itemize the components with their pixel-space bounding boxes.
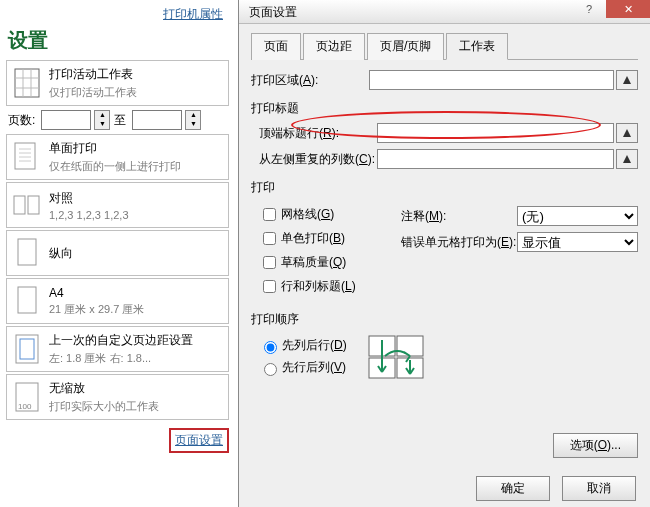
- print-group-label: 打印: [251, 179, 638, 196]
- duplex-sub: 仅在纸面的一侧上进行打印: [49, 159, 181, 174]
- order-preview-icon: [367, 334, 429, 380]
- rowcol-checkbox[interactable]: [263, 280, 276, 293]
- help-button[interactable]: ?: [572, 0, 606, 18]
- collate-title: 对照: [49, 190, 129, 207]
- left-repeat-cols-label: 从左侧重复的列数(C):: [259, 151, 377, 168]
- svg-rect-20: [397, 336, 423, 356]
- gridlines-label: 网格线(G): [281, 206, 334, 223]
- dialog-title: 页面设置: [249, 5, 297, 19]
- paper-size-dropdown[interactable]: A4 21 厘米 x 29.7 厘米: [6, 278, 229, 324]
- duplex-title: 单面打印: [49, 140, 181, 157]
- order-over-label: 先行后列(V): [282, 359, 346, 376]
- margins-dropdown[interactable]: 上一次的自定义页边距设置 左: 1.8 厘米 右: 1.8...: [6, 326, 229, 372]
- collate-sub: 1,2,3 1,2,3 1,2,3: [49, 209, 129, 221]
- scaling-sub: 打印实际大小的工作表: [49, 399, 159, 414]
- scaling-dropdown[interactable]: 100 无缩放 打印实际大小的工作表: [6, 374, 229, 420]
- notes-select[interactable]: (无): [517, 206, 638, 226]
- top-title-row-label: 顶端标题行(R):: [259, 125, 377, 142]
- orientation-dropdown[interactable]: 纵向: [6, 230, 229, 276]
- mono-checkbox[interactable]: [263, 232, 276, 245]
- scaling-title: 无缩放: [49, 380, 159, 397]
- print-what-title: 打印活动工作表: [49, 66, 137, 83]
- margins-sub: 左: 1.8 厘米 右: 1.8...: [49, 351, 193, 366]
- collate-icon: [13, 188, 41, 222]
- draft-checkbox[interactable]: [263, 256, 276, 269]
- left-repeat-cols-pick-button[interactable]: [616, 149, 638, 169]
- print-what-icon: [13, 66, 41, 100]
- collapse-icon: [621, 153, 633, 165]
- order-down-radio[interactable]: [264, 341, 277, 354]
- duplex-dropdown[interactable]: 单面打印 仅在纸面的一侧上进行打印: [6, 134, 229, 180]
- svg-rect-13: [18, 287, 36, 313]
- pages-from-spinner[interactable]: ▲▼: [94, 110, 110, 130]
- mono-label: 单色打印(B): [281, 230, 345, 247]
- pages-to-spinner[interactable]: ▲▼: [185, 110, 201, 130]
- pages-to-input[interactable]: [132, 110, 182, 130]
- pages-from-input[interactable]: [41, 110, 91, 130]
- ok-button[interactable]: 确定: [476, 476, 550, 501]
- errors-select[interactable]: 显示值: [517, 232, 638, 252]
- pages-label: 页数:: [8, 112, 35, 129]
- gridlines-checkbox[interactable]: [263, 208, 276, 221]
- tab-header-footer[interactable]: 页眉/页脚: [367, 33, 444, 60]
- notes-label: 注释(M):: [401, 208, 517, 225]
- collapse-icon: [621, 74, 633, 86]
- cancel-button[interactable]: 取消: [562, 476, 636, 501]
- top-title-row-pick-button[interactable]: [616, 123, 638, 143]
- order-down-label: 先列后行(D): [282, 337, 347, 354]
- svg-rect-10: [14, 196, 25, 214]
- pages-to-label: 至: [114, 112, 126, 129]
- rowcol-label: 行和列标题(L): [281, 278, 356, 295]
- paper-title: A4: [49, 286, 144, 300]
- paper-icon: [13, 284, 41, 318]
- collate-dropdown[interactable]: 对照 1,2,3 1,2,3 1,2,3: [6, 182, 229, 228]
- printer-properties-link[interactable]: 打印机属性: [163, 7, 223, 21]
- svg-rect-0: [15, 69, 39, 97]
- orientation-icon: [13, 236, 41, 270]
- scaling-icon: 100: [13, 380, 41, 414]
- tab-page[interactable]: 页面: [251, 33, 301, 60]
- paper-sub: 21 厘米 x 29.7 厘米: [49, 302, 144, 317]
- orientation-title: 纵向: [49, 245, 73, 262]
- duplex-icon: [13, 140, 41, 174]
- print-what-sub: 仅打印活动工作表: [49, 85, 137, 100]
- close-button[interactable]: ✕: [606, 0, 650, 18]
- margins-title: 上一次的自定义页边距设置: [49, 332, 193, 349]
- svg-rect-11: [28, 196, 39, 214]
- options-button[interactable]: 选项(O)...: [553, 433, 638, 458]
- svg-rect-5: [15, 143, 35, 169]
- order-group-label: 打印顺序: [251, 311, 638, 328]
- print-titles-label: 打印标题: [251, 100, 638, 117]
- page-setup-link[interactable]: 页面设置: [175, 433, 223, 447]
- print-area-pick-button[interactable]: [616, 70, 638, 90]
- margins-icon: [13, 332, 41, 366]
- tab-sheet[interactable]: 工作表: [446, 33, 508, 60]
- print-what-dropdown[interactable]: 打印活动工作表 仅打印活动工作表: [6, 60, 229, 106]
- svg-text:100: 100: [18, 402, 32, 411]
- page-setup-dialog: 页面设置 ? ✕ 页面 页边距 页眉/页脚 工作表 打印区域(A): 打印标题 …: [238, 0, 650, 507]
- top-title-row-input[interactable]: [377, 123, 614, 143]
- settings-heading: 设置: [8, 27, 229, 54]
- draft-label: 草稿质量(Q): [281, 254, 346, 271]
- collapse-icon: [621, 127, 633, 139]
- errors-label: 错误单元格打印为(E):: [401, 234, 517, 251]
- tab-margins[interactable]: 页边距: [303, 33, 365, 60]
- order-over-radio[interactable]: [264, 363, 277, 376]
- print-area-label: 打印区域(A):: [251, 72, 369, 89]
- left-repeat-cols-input[interactable]: [377, 149, 614, 169]
- svg-rect-12: [18, 239, 36, 265]
- print-area-input[interactable]: [369, 70, 614, 90]
